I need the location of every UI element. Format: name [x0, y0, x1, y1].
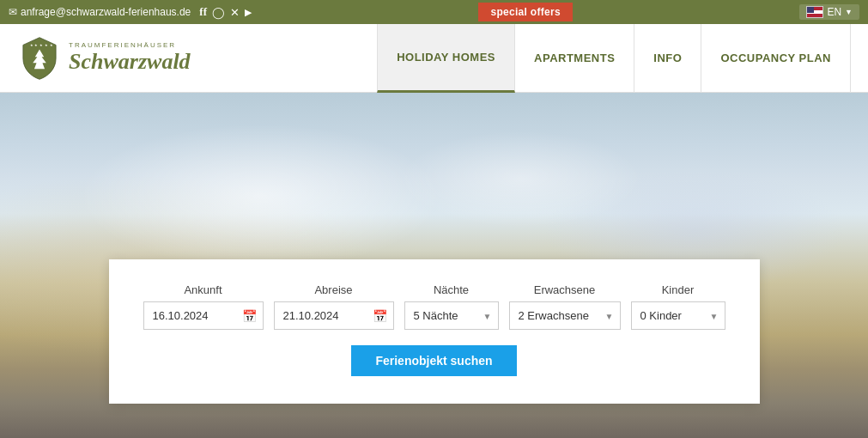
kinder-field: Kinder 0 Kinder 1 Kind 2 Kinder 3 Kinder…: [631, 283, 725, 330]
lang-chevron-icon: ▼: [845, 8, 853, 16]
search-fields: Ankunft 📅 Abreise 📅 Nächte 5 Nächte: [143, 283, 725, 330]
lang-label: EN: [827, 6, 841, 18]
abreise-field: Abreise 📅: [274, 283, 394, 330]
search-button[interactable]: Ferienobjekt suchen: [351, 345, 516, 376]
naechte-select[interactable]: 5 Nächte 1 Nacht 2 Nächte 3 Nächte 4 Näc…: [404, 301, 499, 330]
social-icons: f ◯ ✕ ▶: [199, 5, 252, 19]
instagram-icon[interactable]: ◯: [212, 6, 225, 19]
nav-holiday-homes[interactable]: HOLIDAY HOMES: [377, 24, 515, 93]
nav-occupancy-plan[interactable]: OCCUPANCY PLAN: [701, 24, 851, 93]
naechte-field: Nächte 5 Nächte 1 Nacht 2 Nächte 3 Nächt…: [404, 283, 499, 330]
logo-main: Schwarzwald: [69, 49, 191, 75]
youtube-icon[interactable]: ▶: [245, 7, 252, 18]
svg-text:★★★★★: ★★★★★: [30, 43, 55, 47]
ankunft-field: Ankunft 📅: [143, 283, 264, 330]
erwachsene-select[interactable]: 2 Erwachsene 1 Erwachsene 3 Erwachsene 4…: [509, 301, 621, 330]
facebook-icon[interactable]: f: [199, 5, 207, 19]
flag-icon: [806, 6, 823, 18]
naechte-select-wrapper: 5 Nächte 1 Nacht 2 Nächte 3 Nächte 4 Näc…: [404, 301, 499, 330]
kinder-select[interactable]: 0 Kinder 1 Kind 2 Kinder 3 Kinder: [631, 301, 725, 330]
logo-subtext: TRAUMFERIENHÄUSER: [69, 41, 191, 49]
abreise-input-wrapper: 📅: [274, 301, 394, 330]
logo-text: TRAUMFERIENHÄUSER Schwarzwald: [69, 41, 191, 75]
hero-section: Ankunft 📅 Abreise 📅 Nächte 5 Nächte: [0, 93, 868, 438]
abreise-label: Abreise: [274, 283, 394, 296]
top-bar-left: ✉ anfrage@schwarzwald-ferienhaus.de f ◯ …: [9, 5, 252, 19]
email-icon: ✉: [9, 6, 17, 18]
email-link[interactable]: ✉ anfrage@schwarzwald-ferienhaus.de: [9, 6, 191, 18]
kinder-label: Kinder: [631, 283, 725, 296]
ankunft-label: Ankunft: [143, 283, 264, 296]
ankunft-input[interactable]: [143, 301, 264, 330]
erwachsene-select-wrapper: 2 Erwachsene 1 Erwachsene 3 Erwachsene 4…: [509, 301, 621, 330]
search-button-row: Ferienobjekt suchen: [143, 345, 725, 376]
main-nav: HOLIDAY HOMES APARTMENTS INFO OCCUPANCY …: [377, 24, 851, 93]
abreise-input[interactable]: [274, 301, 394, 330]
erwachsene-label: Erwachsene: [509, 283, 621, 296]
top-bar: ✉ anfrage@schwarzwald-ferienhaus.de f ◯ …: [0, 0, 868, 24]
logo-shield-icon: ★★★★★: [17, 36, 62, 81]
nav-info[interactable]: INFO: [634, 24, 701, 93]
logo: ★★★★★ TRAUMFERIENHÄUSER Schwarzwald: [17, 36, 377, 81]
erwachsene-field: Erwachsene 2 Erwachsene 1 Erwachsene 3 E…: [509, 283, 621, 330]
nav-apartments[interactable]: APARTMENTS: [515, 24, 634, 93]
special-offers-button[interactable]: special offers: [478, 3, 573, 21]
ankunft-input-wrapper: 📅: [143, 301, 264, 330]
language-selector[interactable]: EN ▼: [799, 4, 859, 20]
email-address: anfrage@schwarzwald-ferienhaus.de: [21, 6, 191, 18]
x-icon[interactable]: ✕: [230, 6, 240, 19]
search-form: Ankunft 📅 Abreise 📅 Nächte 5 Nächte: [109, 259, 760, 404]
naechte-label: Nächte: [404, 283, 499, 296]
kinder-select-wrapper: 0 Kinder 1 Kind 2 Kinder 3 Kinder ▼: [631, 301, 725, 330]
nav-bar: ★★★★★ TRAUMFERIENHÄUSER Schwarzwald HOLI…: [0, 24, 868, 93]
